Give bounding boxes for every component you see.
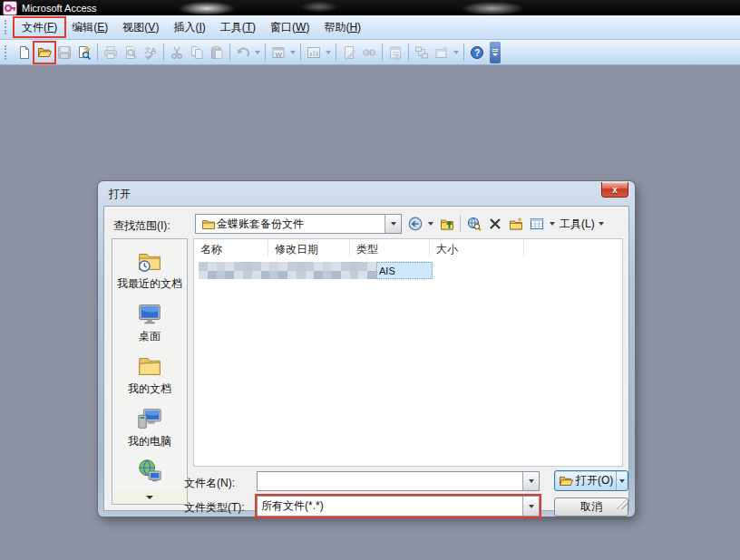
web-search-button[interactable] <box>464 215 483 234</box>
copy-button <box>187 43 207 63</box>
column-header-修改日期[interactable]: 修改日期 <box>268 239 350 257</box>
censor-block <box>225 262 234 271</box>
open-folder-button[interactable] <box>34 43 54 63</box>
desktop-icon <box>136 300 163 327</box>
file-search-button[interactable] <box>74 43 94 63</box>
censor-block <box>278 262 287 271</box>
spelling-button: 文A <box>141 43 161 63</box>
censor-block <box>306 262 315 271</box>
menu-item-e[interactable]: 编辑(E) <box>64 18 115 36</box>
back-button[interactable] <box>405 215 424 234</box>
look-in-combobox[interactable]: 金蝶账套备份文件 <box>195 214 402 234</box>
binoculars-button <box>359 43 379 63</box>
paste-icon <box>209 45 224 60</box>
chevron-down-icon[interactable] <box>550 222 555 226</box>
censor-block <box>208 262 217 271</box>
place-label: 我的电脑 <box>128 434 171 449</box>
menu-item-f[interactable]: 文件(F) <box>15 18 64 36</box>
column-header-名称[interactable]: 名称 <box>194 239 268 257</box>
chevron-down-icon[interactable] <box>290 51 296 54</box>
close-icon[interactable]: x <box>601 182 628 198</box>
menu-item-v[interactable]: 视图(V) <box>115 18 166 36</box>
look-in-dropdown-button[interactable] <box>385 215 401 233</box>
censor-block <box>252 262 261 271</box>
censor-block <box>287 271 297 280</box>
new-object-button <box>432 43 452 63</box>
selected-file-item[interactable]: AIS <box>376 262 433 279</box>
new-file-button[interactable] <box>15 43 34 63</box>
access-key-icon <box>3 1 17 15</box>
censor-block <box>367 271 376 280</box>
views-button[interactable] <box>527 215 546 234</box>
new-file-icon <box>17 45 32 60</box>
new-folder-button[interactable] <box>506 215 525 234</box>
file-list[interactable]: 名称修改日期类型大小 AIS <box>193 238 623 467</box>
toolbar-separator <box>229 43 230 61</box>
censor-block <box>297 262 306 271</box>
undo-icon <box>236 45 250 60</box>
menu-item-h[interactable]: 帮助(H) <box>316 18 368 36</box>
print-button <box>101 43 121 63</box>
column-header-blank[interactable] <box>524 239 622 257</box>
place-label: 我最近的文档 <box>117 276 182 292</box>
chevron-down-icon[interactable] <box>599 222 604 226</box>
sidebar-place-我的电脑[interactable]: 我的电脑 <box>112 405 187 449</box>
delete-icon <box>488 217 502 231</box>
views-icon <box>530 217 544 231</box>
folder-small-icon <box>199 217 213 231</box>
toolbar-grip-handle[interactable] <box>5 45 10 60</box>
open-folder-icon <box>559 474 573 488</box>
file-name-combobox[interactable] <box>257 471 540 491</box>
delete-button[interactable] <box>485 215 504 234</box>
censor-block <box>341 262 350 271</box>
censored-file-name <box>199 262 376 279</box>
toolbar-options-icon[interactable] <box>490 42 501 63</box>
censor-block <box>234 262 243 271</box>
censor-block <box>332 262 341 271</box>
look-in-value: 金蝶账套备份文件 <box>213 217 385 232</box>
column-header-类型[interactable]: 类型 <box>350 239 430 257</box>
censor-block <box>314 271 323 280</box>
sidebar-place-我最近的文档[interactable]: 我最近的文档 <box>112 247 187 292</box>
dialog-content: 查找范围(I): 金蝶账套备份文件 工具(L) 我最近的文档桌面我的文档我的电脑… <box>103 206 629 511</box>
file-name-dropdown-button[interactable] <box>522 472 539 490</box>
censor-block <box>252 271 261 280</box>
menu-item-t[interactable]: 工具(T) <box>213 18 263 36</box>
dialog-title: 打开 <box>109 187 131 202</box>
file-type-dropdown-button[interactable] <box>522 497 539 516</box>
chevron-down-icon[interactable] <box>453 51 459 54</box>
column-header-大小[interactable]: 大小 <box>430 239 524 257</box>
open-button-dropdown[interactable] <box>617 479 628 483</box>
open-button-label: 打开(O) <box>576 473 613 488</box>
print-preview-button <box>121 43 141 63</box>
cancel-button[interactable]: 取消 <box>554 497 628 517</box>
censor-block <box>234 271 243 280</box>
menu-item-w[interactable]: 窗口(W) <box>263 18 316 36</box>
open-button[interactable]: 打开(O) <box>554 470 628 491</box>
censor-block <box>341 271 350 280</box>
menu-item-i[interactable]: 插入(I) <box>166 18 212 36</box>
places-scroll-down-button[interactable] <box>113 491 186 503</box>
censor-block <box>358 271 367 280</box>
censor-block <box>208 271 217 280</box>
up-folder-button[interactable] <box>437 215 456 234</box>
new-folder-icon <box>509 217 523 231</box>
chevron-down-icon[interactable] <box>428 222 433 226</box>
web-search-icon <box>467 217 482 231</box>
sidebar-place-桌面[interactable]: 桌面 <box>112 300 187 344</box>
chevron-down-icon[interactable] <box>255 51 260 54</box>
censor-block <box>332 271 341 280</box>
censor-block <box>367 262 376 271</box>
tools-menu-button[interactable]: 工具(L) <box>560 217 595 232</box>
places-sidebar: 我最近的文档桌面我的文档我的电脑 <box>112 238 188 505</box>
censor-block <box>269 271 278 280</box>
chevron-down-icon[interactable] <box>326 51 331 54</box>
look-in-label: 查找范围(I): <box>113 218 170 234</box>
censor-block <box>217 262 226 271</box>
help-button[interactable]: ? <box>467 43 487 63</box>
office-links-icon: W <box>271 45 286 60</box>
menubar-grip-handle[interactable] <box>5 20 10 34</box>
sidebar-place-network[interactable] <box>112 458 187 485</box>
file-type-combobox[interactable]: 所有文件(*.*) <box>257 496 540 517</box>
sidebar-place-我的文档[interactable]: 我的文档 <box>112 352 187 397</box>
